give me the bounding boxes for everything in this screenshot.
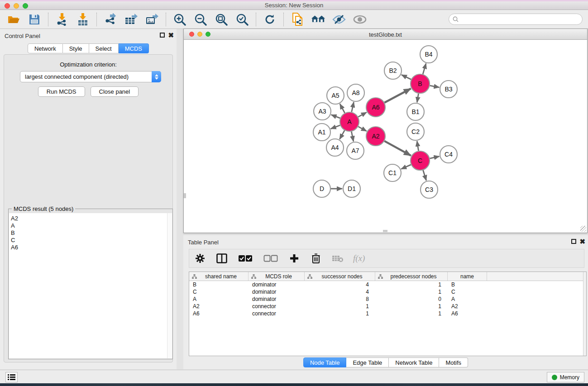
zoom-in-icon[interactable] [172, 13, 187, 26]
result-item-a[interactable]: A [9, 222, 172, 229]
node-C1[interactable]: C1 [384, 164, 401, 181]
edge-B-B3[interactable] [430, 86, 440, 87]
refresh-icon[interactable] [263, 13, 277, 26]
cell-successor-nodes[interactable]: 1 [305, 310, 375, 317]
table-columns-icon[interactable] [215, 252, 228, 265]
network-graph[interactable]: AA1A2A3A4A5A6A7A8BB1B2B3B4CC1C2C3C4DD1 [184, 40, 587, 233]
cell-name[interactable]: A2 [448, 303, 487, 310]
cell-successor-nodes[interactable]: 4 [305, 281, 375, 288]
edge-C-C2[interactable] [417, 141, 418, 151]
close-panel-button[interactable]: Close panel [91, 86, 139, 97]
edge-B-B2[interactable] [402, 75, 411, 79]
duplicate-network-icon[interactable] [290, 13, 305, 26]
cell-successor-nodes[interactable]: 4 [305, 288, 375, 295]
tab-mcds[interactable]: MCDS [119, 43, 149, 53]
cell-predecessor-nodes[interactable]: 1 [375, 281, 448, 288]
table-row[interactable]: Adominator80A [189, 295, 586, 303]
node-A4[interactable]: A4 [326, 139, 344, 156]
cell-shared-name[interactable]: A6 [189, 310, 249, 317]
edge-B-B1[interactable] [417, 94, 418, 103]
tab-network[interactable]: Network [28, 43, 63, 53]
cell-MCDS-role[interactable]: dominator [249, 288, 305, 295]
window-resize-grip[interactable] [580, 226, 586, 232]
column-header-name[interactable]: name [448, 272, 487, 281]
node-B4[interactable]: B4 [420, 46, 437, 63]
edge-A-A6[interactable] [358, 112, 367, 117]
hide-panels-eye-icon[interactable] [332, 13, 346, 26]
table-float-panel-icon[interactable] [571, 239, 576, 244]
network-window-titlebar[interactable]: testGlobe.txt [184, 29, 587, 40]
cell-predecessor-nodes[interactable]: 0 [375, 295, 448, 303]
cell-shared-name[interactable]: C [189, 288, 249, 295]
import-network-icon[interactable] [55, 13, 69, 26]
cell-name[interactable]: C [448, 288, 487, 295]
table-row[interactable]: A2connector11A2 [189, 303, 586, 310]
cell-MCDS-role[interactable]: dominator [249, 295, 305, 303]
cell-shared-name[interactable]: A [189, 295, 249, 303]
export-network-icon[interactable] [103, 13, 118, 26]
task-history-button[interactable] [5, 372, 18, 382]
node-B2[interactable]: B2 [384, 62, 402, 79]
cell-shared-name[interactable]: B [189, 281, 249, 288]
edge-A-A5[interactable] [340, 104, 345, 113]
tab-edge-table[interactable]: Edge Table [346, 357, 389, 367]
optimization-criterion-dropdown[interactable]: largest connected component (directed) [20, 71, 161, 82]
cell-name[interactable]: A6 [448, 310, 487, 317]
zoom-selected-icon[interactable] [235, 13, 249, 26]
node-A7[interactable]: A7 [347, 142, 364, 159]
edge-B-B4[interactable] [423, 63, 426, 74]
edge-C-C1[interactable] [401, 165, 411, 169]
table-settings-gear-icon[interactable] [194, 252, 206, 265]
column-header-predecessor-nodes[interactable]: predecessor nodes [375, 272, 448, 281]
edge-A2-C[interactable] [384, 141, 411, 156]
cell-predecessor-nodes[interactable]: 1 [375, 288, 448, 295]
run-mcds-button[interactable]: Run MCDS [38, 86, 85, 97]
edge-A-A1[interactable] [331, 125, 340, 129]
float-panel-icon[interactable] [160, 33, 165, 38]
cell-predecessor-nodes[interactable]: 1 [375, 310, 448, 317]
deselect-all-checkboxes-icon[interactable] [263, 252, 279, 265]
node-D1[interactable]: D1 [343, 180, 360, 197]
result-item-c[interactable]: C [9, 237, 172, 244]
memory-button[interactable]: Memory [547, 372, 584, 382]
node-D[interactable]: D [313, 180, 330, 197]
delete-table-icon[interactable] [331, 252, 344, 265]
result-item-a6[interactable]: A6 [9, 244, 172, 251]
tab-select[interactable]: Select [89, 43, 119, 53]
node-A3[interactable]: A3 [314, 103, 331, 120]
node-A2[interactable]: A2 [366, 127, 385, 146]
result-item-b[interactable]: B [9, 229, 172, 237]
node-A1[interactable]: A1 [313, 124, 330, 141]
node-C2[interactable]: C2 [407, 123, 424, 140]
tab-style[interactable]: Style [63, 43, 89, 53]
node-A5[interactable]: A5 [327, 87, 344, 104]
edge-A-A2[interactable] [358, 127, 367, 131]
tab-motifs[interactable]: Motifs [439, 357, 468, 367]
cell-shared-name[interactable]: A2 [189, 303, 249, 310]
delete-trash-icon[interactable] [310, 252, 322, 265]
cell-name[interactable]: A [448, 295, 487, 303]
result-list-scrollbar[interactable] [167, 213, 172, 358]
function-builder-icon[interactable]: f(x) [353, 253, 365, 263]
first-neighbors-houses-icon[interactable] [311, 13, 325, 26]
show-panels-eye-icon[interactable] [353, 13, 367, 26]
close-panel-icon[interactable]: ✖ [168, 33, 174, 38]
zoom-out-icon[interactable] [193, 13, 208, 26]
cell-successor-nodes[interactable]: 1 [305, 303, 375, 310]
canvas-hscroll-stub[interactable] [383, 230, 387, 232]
import-table-icon[interactable] [76, 13, 90, 26]
cell-successor-nodes[interactable]: 8 [305, 295, 375, 303]
select-all-checkboxes-icon[interactable] [237, 252, 253, 265]
node-C4[interactable]: C4 [440, 146, 457, 163]
table-close-panel-icon[interactable]: ✖ [579, 239, 585, 244]
tab-network-table[interactable]: Network Table [389, 357, 439, 367]
cell-predecessor-nodes[interactable]: 1 [375, 303, 448, 310]
table-row[interactable]: A6connector11A6 [189, 310, 586, 317]
edge-C-C4[interactable] [430, 157, 439, 159]
node-C[interactable]: C [411, 151, 430, 170]
edge-A-A7[interactable] [351, 132, 353, 142]
table-row[interactable]: Bdominator41B [189, 281, 586, 288]
open-session-icon[interactable] [6, 13, 21, 26]
search-input[interactable] [461, 16, 578, 23]
add-column-icon[interactable] [288, 252, 301, 265]
